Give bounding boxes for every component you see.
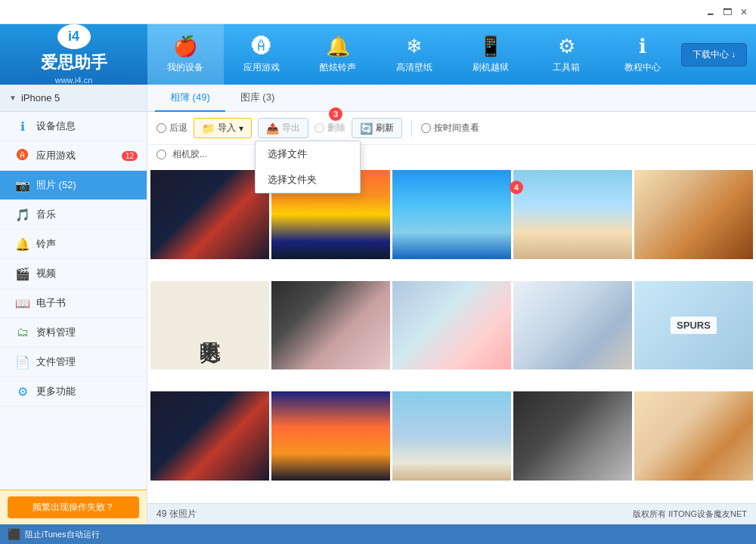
minimize-button[interactable]: 🗕 <box>705 6 717 18</box>
sidebar-item-more[interactable]: ⚙ 更多功能 <box>0 377 147 406</box>
export-button[interactable]: 📤 导出 <box>258 118 308 138</box>
phone-icon: 📱 <box>479 35 503 58</box>
photo-cell-15[interactable] <box>634 391 753 481</box>
refresh-icon: 🔄 <box>360 122 373 134</box>
nav-label-ringtones: 酷炫铃声 <box>320 61 356 74</box>
sidebar-label-more: 更多功能 <box>36 385 138 398</box>
logo-icon: i4 <box>57 24 91 49</box>
nav-item-jailbreak[interactable]: 📱 刷机越狱 <box>452 24 528 85</box>
photo-cell-12[interactable] <box>271 391 390 481</box>
tab-bar: 相簿 (49) 图库 (3) <box>147 85 756 112</box>
apps-store-icon: 🅐 <box>15 148 30 163</box>
back-radio[interactable]: 后退 <box>156 122 187 134</box>
sidebar-item-music[interactable]: 🎵 音乐 <box>0 200 147 230</box>
nav-item-tutorials[interactable]: ℹ 教程中心 <box>605 24 681 85</box>
photo-cell-9[interactable] <box>513 281 632 370</box>
sidebar-item-apps-games[interactable]: 🅐 应用游戏 12 <box>0 141 147 171</box>
photo-cell-5[interactable] <box>634 170 753 259</box>
itunes-label: 阻止iTunes自动运行 <box>25 529 100 540</box>
export-label: 导出 <box>282 122 300 134</box>
music-icon: 🎵 <box>15 207 30 222</box>
snowflake-icon: ❄ <box>406 35 423 58</box>
apps-icon: 🅐 <box>252 35 271 58</box>
photo-cell-1[interactable] <box>150 170 269 259</box>
title-bar: 🗕 🗖 ✕ <box>0 0 756 24</box>
sidebar-item-ebooks[interactable]: 📖 电子书 <box>0 289 147 318</box>
album-label: 相机胶... <box>172 148 207 161</box>
delete-label: 删除 <box>327 122 345 134</box>
download-button[interactable]: 下载中心 ↓ <box>681 43 747 66</box>
status-right-text: 版权所有 IITONG设备魔友NET <box>633 508 747 520</box>
photo-cell-8[interactable] <box>392 281 511 370</box>
nav-label-wallpaper: 高清壁纸 <box>396 61 432 74</box>
nav-item-my-device[interactable]: 🍎 我的设备 <box>147 24 224 85</box>
photo-cell-13[interactable] <box>392 391 511 481</box>
apps-badge: 12 <box>122 151 138 161</box>
bell-icon: 🔔 <box>326 35 350 58</box>
photo-count: 49 张照片 <box>156 508 197 521</box>
sidebar-label-ringtones: 铃声 <box>36 237 138 251</box>
photo-cell-14[interactable] <box>513 391 632 481</box>
photo-cell-4[interactable] <box>513 170 632 259</box>
top-nav: i4 爱思助手 www.i4.cn 🍎 我的设备 🅐 应用游戏 🔔 酷炫铃声 ❄… <box>0 24 756 85</box>
album-radio[interactable] <box>156 150 166 159</box>
logo-area: i4 爱思助手 www.i4.cn <box>0 24 147 85</box>
nav-item-toolbox[interactable]: ⚙ 工具箱 <box>528 24 605 85</box>
nav-item-apps-games[interactable]: 🅐 应用游戏 <box>224 24 300 85</box>
nav-items: 🍎 我的设备 🅐 应用游戏 🔔 酷炫铃声 ❄ 高清壁纸 📱 刷机越狱 ⚙ 工 <box>147 24 681 85</box>
export-icon: 📤 <box>266 122 279 134</box>
select-folder-item[interactable]: 选择文件夹 <box>256 167 360 193</box>
tab-library[interactable]: 图库 (3) <box>225 85 290 112</box>
time-view-radio-input[interactable] <box>421 123 431 133</box>
refresh-button[interactable]: 🔄 刷新 <box>352 118 402 138</box>
sidebar-label-photos: 照片 (52) <box>36 178 138 192</box>
logo-sub: www.i4.cn <box>55 76 93 85</box>
sidebar-device[interactable]: ▼ iPhone 5 <box>0 85 147 112</box>
nav-item-ringtones[interactable]: 🔔 酷炫铃声 <box>300 24 376 85</box>
import-button[interactable]: 📁 导入 ▾ <box>194 118 252 138</box>
nav-item-wallpaper[interactable]: ❄ 高清壁纸 <box>376 24 452 85</box>
sidebar-item-photos[interactable]: 📷 照片 (52) <box>0 171 147 200</box>
nav-label-tutorials: 教程中心 <box>624 61 661 74</box>
sidebar-label-videos: 视频 <box>36 267 138 280</box>
sidebar-item-device-info[interactable]: ℹ 设备信息 <box>0 112 147 141</box>
photo-cell-10[interactable]: SPURS <box>634 281 753 370</box>
back-radio-input[interactable] <box>156 123 166 133</box>
file-icon: 📄 <box>15 354 30 369</box>
status-right: 版权所有 IITONG设备魔友NET <box>633 508 747 520</box>
back-label: 后退 <box>169 122 187 134</box>
sidebar-item-data-mgmt[interactable]: 🗂 资料管理 <box>0 318 147 348</box>
photo-cell-3[interactable] <box>392 170 511 259</box>
close-button[interactable]: ✕ <box>738 6 750 18</box>
delete-radio[interactable]: 删除 <box>314 122 345 134</box>
app-container: i4 爱思助手 www.i4.cn 🍎 我的设备 🅐 应用游戏 🔔 酷炫铃声 ❄… <box>0 24 756 544</box>
import-icon: 📁 <box>202 122 215 134</box>
sidebar-warning-button[interactable]: 频繁出现操作失败？ <box>8 496 139 518</box>
photo-cell-6[interactable]: 吃枣果力 <box>150 281 269 370</box>
sidebar-item-videos[interactable]: 🎬 视频 <box>0 259 147 289</box>
sidebar-label-device-info: 设备信息 <box>36 119 138 133</box>
delete-radio-input[interactable] <box>314 123 324 133</box>
photo-cell-11[interactable] <box>150 391 269 481</box>
tab-album[interactable]: 相簿 (49) <box>155 85 225 112</box>
content-area: ▼ iPhone 5 ℹ 设备信息 🅐 应用游戏 12 📷 照片 (52) 🎵 … <box>0 85 756 524</box>
select-file-item[interactable]: 选择文件 <box>256 141 360 167</box>
toolbar: 3 后退 📁 导入 ▾ 📤 导出 删除 <box>147 112 756 145</box>
maximize-button[interactable]: 🗖 <box>721 6 733 18</box>
itunes-bar[interactable]: ⬛ 阻止iTunes自动运行 <box>0 524 756 544</box>
chevron-down-icon: ▼ <box>9 94 17 102</box>
step-3-indicator: 3 <box>329 107 342 121</box>
sidebar-item-ringtones[interactable]: 🔔 铃声 <box>0 230 147 259</box>
step-4-indicator: 4 <box>510 181 523 194</box>
info-icon: ℹ <box>639 35 646 58</box>
sidebar-label-music: 音乐 <box>36 208 138 221</box>
album-filter: 相机胶... <box>147 145 756 167</box>
camera-icon: 📷 <box>15 178 30 193</box>
sidebar-item-file-mgmt[interactable]: 📄 文件管理 <box>0 348 147 377</box>
bell-side-icon: 🔔 <box>15 236 30 252</box>
video-icon: 🎬 <box>15 266 30 281</box>
import-dropdown: 4 选择文件 选择文件夹 <box>255 141 361 193</box>
photo-cell-7[interactable] <box>271 281 390 370</box>
time-view-radio[interactable]: 按时间查看 <box>421 122 479 134</box>
info-circle-icon: ℹ <box>15 119 30 134</box>
